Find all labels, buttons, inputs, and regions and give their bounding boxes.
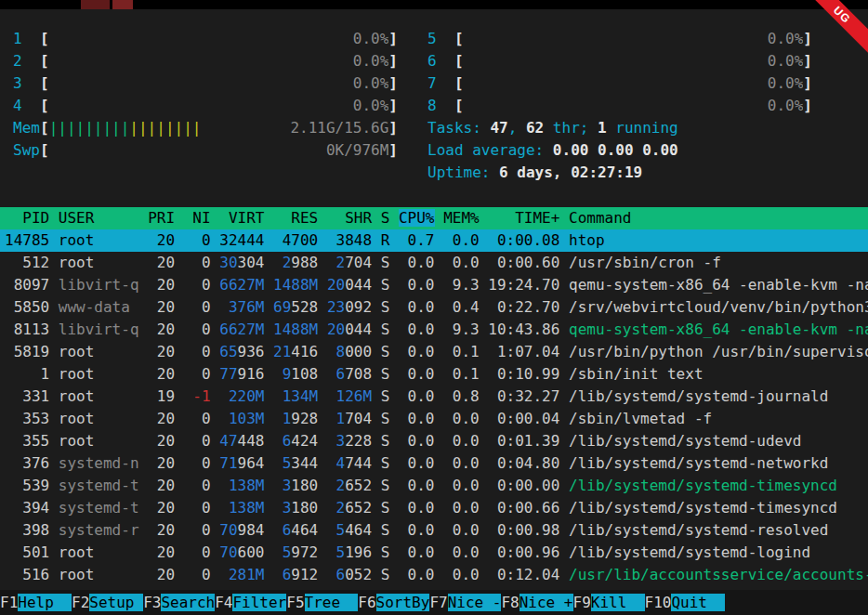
column-header-pri[interactable]: PRI — [148, 209, 175, 227]
column-header-s[interactable]: S — [381, 209, 390, 227]
process-row[interactable]: 355 root 20 0 47448 6424 3228 S 0.0 0.0 … — [0, 430, 868, 452]
cell-s: S — [381, 521, 390, 539]
table-header-row: PID USER PRI NI VIRT RES SHR S CPU% MEM%… — [0, 207, 868, 229]
cell-user: root — [59, 387, 139, 405]
cell-mem: 0.0 — [443, 432, 480, 450]
fnbar-kill[interactable]: F9Kill — [573, 594, 645, 611]
cell-pri: 20 — [148, 321, 175, 338]
meters-right-column: 5[0.0%]6[0.0%]7[0.0%]8[0.0%]Tasks: 47, 6… — [427, 28, 812, 184]
cell-cpu: 0.0 — [399, 521, 435, 539]
cell-cmd: /sbin/init text — [569, 365, 704, 383]
fnkey-kill: F9 — [573, 594, 591, 611]
cell-pri: 20 — [148, 276, 175, 294]
cell-virt: 103M — [219, 410, 264, 427]
cell-virt: 32 — [219, 231, 237, 249]
cell-res: 69 — [273, 298, 291, 316]
cell-res: 1488M — [273, 321, 318, 338]
browser-tab-fragment-1 — [81, 0, 110, 9]
fnlabel-search: Search — [161, 594, 215, 611]
meter-value: 0.0% — [768, 95, 804, 117]
meter-open-bracket: [ — [454, 28, 464, 50]
meter-body: 0.0% — [49, 28, 389, 50]
cell-s: S — [381, 343, 390, 360]
memory-meter: Mem[|||||||||||||||||2.11G/15.6G] — [13, 117, 398, 139]
cell-mem: 0.0 — [443, 499, 480, 517]
process-row[interactable]: 8097 libvirt-q 20 0 6627M 1488M 20044 S … — [0, 274, 868, 296]
cell-user: www-data — [59, 298, 139, 316]
load-average-label: Load average: — [427, 141, 553, 159]
cell-user: systemd-r — [59, 521, 139, 539]
cell-ni: 0 — [184, 543, 211, 561]
cell-user: libvirt-q — [59, 321, 139, 338]
cell-pri: 20 — [148, 454, 175, 472]
process-row[interactable]: 501 root 20 0 70600 5972 5196 S 0.0 0.0 … — [0, 542, 868, 564]
meter-close-bracket: ] — [388, 95, 398, 117]
meter-open-bracket: [ — [454, 72, 464, 95]
column-header-time[interactable]: TIME+ — [488, 209, 559, 227]
process-row[interactable]: 353 root 20 0 103M 1928 1704 S 0.0 0.0 0… — [0, 408, 868, 430]
cell-ni: 0 — [184, 521, 211, 539]
cell-mem: 0.0 — [443, 410, 480, 427]
column-header-pid[interactable]: PID — [5, 209, 49, 227]
fnbar-nice-plus[interactable]: F8Nice + — [501, 594, 572, 611]
column-header-cpu[interactable]: CPU% — [399, 209, 435, 227]
cell-s: S — [381, 298, 390, 316]
process-row[interactable]: 331 root 19 -1 220M 134M 126M S 0.0 0.8 … — [0, 386, 868, 408]
process-row[interactable]: 8113 libvirt-q 20 0 6627M 1488M 20044 S … — [0, 319, 868, 341]
cell-res: 180 — [291, 477, 318, 494]
cell-res: 464 — [291, 521, 318, 539]
cell-time: 19:24.70 — [488, 276, 559, 294]
fnlabel-nice-plus: Nice + — [519, 594, 573, 611]
process-row[interactable]: 539 systemd-t 20 0 138M 3180 2652 S 0.0 … — [0, 475, 868, 497]
cell-res: 21 — [273, 343, 291, 360]
column-header-command[interactable]: Command — [569, 209, 631, 227]
meter-body: 0.0% — [464, 72, 804, 95]
fnbar-search[interactable]: F3Search — [143, 594, 215, 611]
cell-res: 9 — [273, 365, 291, 383]
fnkey-sortby: F6 — [358, 594, 375, 611]
meter-close-bracket: ] — [803, 50, 812, 72]
meter-value: 0.0% — [768, 72, 804, 95]
fnbar-sortby[interactable]: F6SortBy — [358, 594, 429, 611]
fnbar-quit[interactable]: F10Quit — [645, 594, 726, 611]
cell-virt: 47 — [219, 432, 237, 450]
cell-virt: 70 — [219, 543, 237, 561]
load-average-value: 0.00 0.00 0.00 — [553, 141, 678, 159]
process-row[interactable]: 5819 root 20 0 65936 21416 8000 S 0.0 0.… — [0, 341, 868, 363]
fnbar-help[interactable]: F1Help — [0, 594, 72, 611]
fnbar-nice-minus[interactable]: F7Nice - — [429, 594, 501, 611]
cell-pri: 20 — [148, 432, 175, 450]
cell-shr: 3 — [327, 231, 345, 249]
meter-close-bracket: ] — [803, 72, 812, 95]
process-row[interactable]: 14785 root 20 0 32444 4700 3848 R 0.7 0.… — [0, 229, 868, 252]
meter-value: 0.0% — [353, 50, 389, 72]
cell-virt: 70 — [219, 521, 237, 539]
meter-close-bracket: ] — [388, 28, 398, 50]
fnbar-filter[interactable]: F4Filter — [215, 594, 286, 611]
column-header-ni[interactable]: NI — [184, 209, 211, 227]
column-header-user[interactable]: USER — [59, 209, 139, 227]
cell-user: root — [59, 432, 139, 450]
process-row[interactable]: 1 root 20 0 77916 9108 6708 S 0.0 0.1 0:… — [0, 363, 868, 386]
fnbar-tree[interactable]: F5Tree — [286, 594, 358, 611]
cell-res: 972 — [291, 543, 318, 561]
meter-label: 1 — [13, 28, 40, 50]
fnkey-setup: F2 — [72, 594, 89, 611]
process-row[interactable]: 516 root 20 0 281M 6912 6052 S 0.0 0.0 0… — [0, 564, 868, 586]
meter-label: Mem — [13, 117, 40, 139]
fnbar-setup[interactable]: F2Setup — [72, 594, 143, 611]
process-row[interactable]: 376 systemd-n 20 0 71964 5344 4744 S 0.0… — [0, 452, 868, 475]
process-row[interactable]: 394 systemd-t 20 0 138M 3180 2652 S 0.0 … — [0, 497, 868, 519]
cell-pid: 355 — [5, 432, 49, 450]
cell-shr: 092 — [345, 298, 372, 316]
cell-cpu: 0.0 — [399, 298, 435, 316]
column-header-res[interactable]: RES — [273, 209, 318, 227]
process-row[interactable]: 512 root 20 0 30304 2988 2704 S 0.0 0.0 … — [0, 252, 868, 274]
column-header-mem[interactable]: MEM% — [443, 209, 480, 227]
column-header-virt[interactable]: VIRT — [219, 209, 264, 227]
column-header-shr[interactable]: SHR — [327, 209, 372, 227]
process-row[interactable]: 398 systemd-r 20 0 70984 6464 5464 S 0.0… — [0, 519, 868, 542]
process-row[interactable]: 5850 www-data 20 0 376M 69528 23092 S 0.… — [0, 296, 868, 319]
meter-open-bracket: [ — [40, 117, 49, 139]
cell-time: 0:10.99 — [488, 365, 559, 383]
